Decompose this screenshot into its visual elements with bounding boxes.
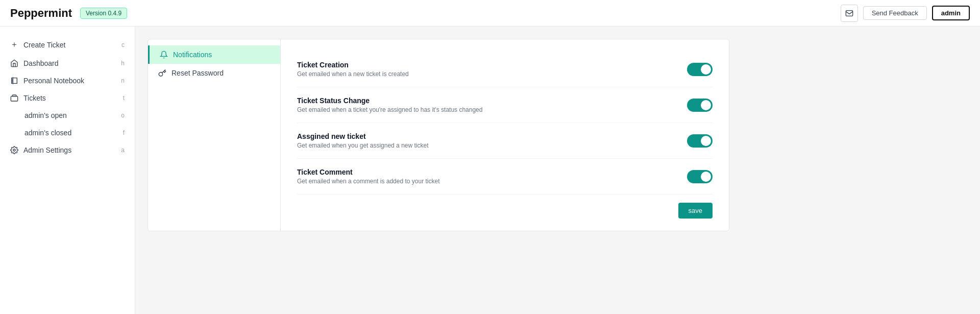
shortcut-dashboard: h: [121, 60, 125, 67]
svg-rect-1: [11, 96, 17, 101]
settings-nav-reset-password[interactable]: Reset Password: [148, 64, 280, 82]
toggle-slider-ticket-status-change: [687, 99, 713, 112]
notification-title-assigned-new-ticket: Assgined new ticket: [297, 132, 428, 140]
notification-title-ticket-status-change: Ticket Status Change: [297, 96, 482, 105]
admin-button[interactable]: admin: [932, 6, 970, 20]
sidebar-item-left: Personal Notebook: [10, 77, 84, 85]
settings-icon: [10, 146, 18, 154]
sidebar-item-personal-notebook[interactable]: Personal Notebook n: [0, 72, 135, 89]
sidebar-label-dashboard: Dashboard: [23, 59, 59, 67]
notification-desc-assigned-new-ticket: Get emailed when you get assigned a new …: [297, 142, 428, 149]
sidebar-label-create-ticket: Create Ticket: [23, 41, 65, 49]
shortcut-tickets: t: [123, 94, 125, 102]
notification-desc-ticket-status-change: Get emailed when a ticket you're assigne…: [297, 106, 482, 113]
shortcut-personal-notebook: n: [121, 77, 125, 84]
notification-title-ticket-creation: Ticket Creation: [297, 61, 409, 69]
toggle-ticket-creation[interactable]: [687, 63, 713, 76]
sidebar-label-admin-settings: Admin Settings: [23, 146, 71, 154]
sidebar-item-admins-closed[interactable]: admin's closed f: [0, 124, 135, 141]
notification-row-ticket-status-change: Ticket Status Change Get emailed when a …: [297, 87, 713, 123]
toggle-slider-ticket-creation: [687, 63, 713, 76]
toggle-slider-ticket-comment: [687, 170, 713, 183]
sidebar-item-left: Tickets: [10, 94, 46, 102]
notification-content: Ticket Creation Get emailed when a new t…: [281, 39, 729, 231]
send-feedback-button[interactable]: Send Feedback: [863, 6, 927, 20]
notification-text: Ticket Status Change Get emailed when a …: [297, 96, 482, 113]
sidebar: ＋ Create Ticket c Dashboard h Personal N…: [0, 27, 135, 314]
sidebar-item-dashboard[interactable]: Dashboard h: [0, 55, 135, 72]
shortcut-admins-open: o: [121, 112, 125, 119]
key-icon: [158, 69, 166, 77]
svg-point-2: [13, 149, 15, 151]
sidebar-item-left: ＋ Create Ticket: [10, 39, 65, 50]
notification-title-ticket-comment: Ticket Comment: [297, 168, 439, 176]
shortcut-create-ticket: c: [121, 41, 125, 49]
header-left: Peppermint Version 0.4.9: [10, 7, 127, 20]
logo: Peppermint: [10, 7, 72, 20]
sidebar-label-personal-notebook: Personal Notebook: [23, 77, 84, 85]
save-button[interactable]: save: [678, 203, 713, 219]
settings-card: Notifications Reset Password Ticket Crea…: [148, 39, 729, 231]
bell-icon: [160, 51, 168, 59]
notification-text: Ticket Comment Get emailed when a commen…: [297, 168, 439, 185]
plus-icon: ＋: [10, 39, 18, 50]
save-row: save: [297, 195, 713, 219]
settings-nav-reset-password-label: Reset Password: [172, 69, 224, 77]
shortcut-admin-settings: a: [121, 147, 125, 154]
sidebar-label-tickets: Tickets: [23, 94, 46, 102]
settings-nav-notifications-label: Notifications: [173, 51, 212, 59]
notification-row-ticket-comment: Ticket Comment Get emailed when a commen…: [297, 159, 713, 195]
notification-row-assigned-new-ticket: Assgined new ticket Get emailed when you…: [297, 123, 713, 159]
version-badge: Version 0.4.9: [80, 8, 127, 19]
main-content: Notifications Reset Password Ticket Crea…: [135, 27, 980, 314]
toggle-assigned-new-ticket[interactable]: [687, 134, 713, 148]
toggle-ticket-status-change[interactable]: [687, 99, 713, 112]
header-right: Send Feedback admin: [841, 5, 970, 22]
notification-row-ticket-creation: Ticket Creation Get emailed when a new t…: [297, 52, 713, 87]
notification-text: Assgined new ticket Get emailed when you…: [297, 132, 428, 149]
sidebar-item-left: Dashboard: [10, 59, 59, 67]
toggle-slider-assigned-new-ticket: [687, 134, 713, 148]
shortcut-admins-closed: f: [123, 129, 125, 136]
notification-desc-ticket-creation: Get emailed when a new ticket is created: [297, 70, 409, 78]
toggle-ticket-comment[interactable]: [687, 170, 713, 183]
sidebar-item-tickets[interactable]: Tickets t: [0, 89, 135, 107]
sidebar-item-left: Admin Settings: [10, 146, 71, 154]
sidebar-label-admins-open: admin's open: [24, 111, 67, 119]
email-icon-button[interactable]: [841, 5, 858, 22]
notebook-icon: [10, 77, 18, 85]
home-icon: [10, 59, 18, 67]
sidebar-label-admins-closed: admin's closed: [24, 129, 71, 137]
sidebar-item-create-ticket[interactable]: ＋ Create Ticket c: [0, 35, 135, 55]
settings-nav-notifications[interactable]: Notifications: [148, 45, 280, 64]
sidebar-item-admin-settings[interactable]: Admin Settings a: [0, 141, 135, 159]
sidebar-item-admins-open[interactable]: admin's open o: [0, 107, 135, 124]
header: Peppermint Version 0.4.9 Send Feedback a…: [0, 0, 980, 27]
settings-nav: Notifications Reset Password: [148, 39, 281, 231]
notification-text: Ticket Creation Get emailed when a new t…: [297, 61, 409, 78]
notification-desc-ticket-comment: Get emailed when a comment is added to y…: [297, 178, 439, 185]
email-icon: [845, 9, 853, 17]
svg-rect-0: [846, 10, 852, 16]
body: ＋ Create Ticket c Dashboard h Personal N…: [0, 27, 980, 314]
tickets-icon: [10, 94, 18, 102]
